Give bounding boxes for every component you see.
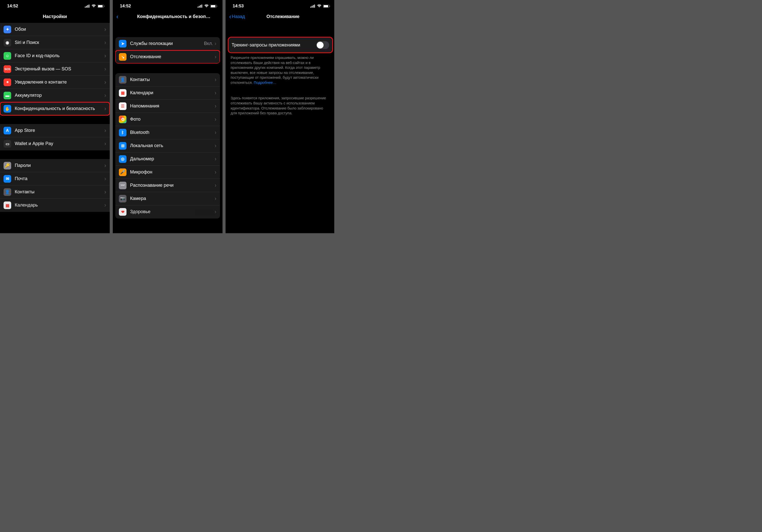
- page-title: Отслеживание: [267, 14, 299, 19]
- settings-row[interactable]: ⊞Локальная сеть›: [115, 139, 220, 152]
- status-time: 14:52: [120, 4, 131, 9]
- settings-row[interactable]: 〰Распознавание речи›: [115, 179, 220, 192]
- health-icon: ❤: [119, 208, 126, 216]
- camera-row-icon: 📷: [119, 195, 126, 202]
- settings-row[interactable]: 🎤Микрофон›: [115, 166, 220, 179]
- chevron-right-icon: ›: [215, 54, 216, 60]
- battery-icon: [98, 5, 105, 8]
- row-label: Фото: [130, 116, 215, 122]
- settings-row[interactable]: ☰Напоминания›: [115, 100, 220, 113]
- chevron-right-icon: ›: [215, 116, 216, 122]
- settings-row[interactable]: ❤Здоровье›: [115, 205, 220, 218]
- status-time: 14:53: [233, 4, 244, 9]
- settings-row[interactable]: ◎Дальномер›: [115, 152, 220, 166]
- settings-row[interactable]: 👤Контакты›: [0, 186, 110, 199]
- toggle-label: Трекинг-запросы приложениями: [232, 42, 316, 48]
- chevron-left-icon: ‹: [229, 13, 231, 20]
- chevron-right-icon: ›: [105, 128, 106, 133]
- settings-row[interactable]: ▭Wallet и Apple Pay›: [0, 137, 110, 150]
- row-label: Календари: [130, 90, 215, 96]
- settings-row[interactable]: 🔑Пароли›: [0, 159, 110, 172]
- switch-knob: [317, 42, 324, 48]
- back-button[interactable]: ‹ Назад: [229, 13, 245, 20]
- settings-row[interactable]: ▦Календарь›: [0, 199, 110, 212]
- settings-row[interactable]: ✉Почта›: [0, 172, 110, 186]
- row-label: App Store: [15, 128, 105, 133]
- cellular-icon: [85, 5, 90, 8]
- svg-rect-19: [324, 5, 328, 7]
- status-bar: 14:52: [0, 0, 110, 11]
- settings-row[interactable]: ▬Аккумулятор›: [0, 89, 110, 102]
- page-title: Конфиденциальность и безоп…: [125, 14, 210, 19]
- back-label: Назад: [232, 14, 245, 19]
- speech-icon: 〰: [119, 182, 126, 189]
- back-button[interactable]: ‹: [116, 13, 119, 20]
- nav-header: Настройки: [0, 11, 110, 23]
- contacts-icon: 👤: [4, 188, 11, 196]
- wifi-icon: [204, 5, 209, 8]
- chevron-right-icon: ›: [215, 77, 216, 83]
- svg-rect-12: [211, 5, 215, 7]
- settings-row[interactable]: 📷Камера›: [115, 192, 220, 205]
- chevron-right-icon: ›: [215, 143, 216, 149]
- chevron-right-icon: ›: [105, 189, 106, 195]
- row-label: Отслеживание: [130, 54, 215, 60]
- exposure-icon: ❉: [4, 79, 11, 86]
- svg-rect-8: [199, 6, 200, 8]
- row-label: Службы геолокации: [130, 41, 204, 46]
- svg-rect-1: [86, 6, 87, 8]
- learn-more-link[interactable]: Подробнее…: [254, 81, 276, 85]
- status-indicators: [85, 5, 105, 8]
- row-label: Обои: [15, 27, 105, 32]
- tracking-apps-note: Здесь появятся приложения, запросившие р…: [226, 85, 334, 115]
- row-label: Face ID и код-пароль: [15, 53, 105, 59]
- row-label: Микрофон: [130, 170, 215, 175]
- passwords-icon: 🔑: [4, 162, 11, 170]
- settings-row[interactable]: ✋Конфиденциальность и безопасность›: [0, 102, 110, 115]
- svg-rect-16: [313, 5, 314, 8]
- settings-row[interactable]: ☺Face ID и код-пароль›: [0, 49, 110, 62]
- svg-rect-7: [197, 7, 198, 8]
- settings-row[interactable]: 👤Контакты›: [115, 73, 220, 86]
- svg-rect-17: [314, 5, 315, 8]
- settings-row[interactable]: ✿Фото›: [115, 113, 220, 126]
- settings-row[interactable]: ➤Службы геолокацииВкл.›: [115, 37, 220, 50]
- chevron-right-icon: ›: [215, 104, 216, 109]
- calendar-icon: ▦: [4, 201, 11, 209]
- chevron-right-icon: ›: [215, 209, 216, 215]
- row-label: Пароли: [15, 163, 105, 169]
- privacy-icon: ✋: [4, 105, 11, 113]
- wallpaper-icon: ✦: [4, 26, 11, 33]
- mail-icon: ✉: [4, 175, 11, 183]
- row-label: Контакты: [130, 77, 215, 83]
- row-label: Камера: [130, 196, 215, 201]
- microphone-icon: 🎤: [119, 169, 126, 176]
- settings-row[interactable]: ◉Siri и Поиск›: [0, 36, 110, 49]
- row-label: Почта: [15, 176, 105, 182]
- row-label: Аккумулятор: [15, 93, 105, 98]
- row-label: Дальномер: [130, 156, 215, 162]
- settings-row[interactable]: ▦Календари›: [115, 86, 220, 100]
- row-label: Конфиденциальность и безопасность: [15, 106, 105, 112]
- settings-row[interactable]: SOSЭкстренный вызов — SOS›: [0, 62, 110, 76]
- svg-rect-2: [87, 5, 88, 8]
- chevron-right-icon: ›: [105, 53, 106, 59]
- wifi-icon: [317, 5, 322, 8]
- toggle-switch[interactable]: [316, 41, 329, 49]
- cellular-icon: [310, 5, 316, 8]
- chevron-right-icon: ›: [105, 106, 106, 112]
- svg-rect-14: [310, 7, 311, 8]
- chevron-left-icon: ‹: [116, 13, 118, 20]
- chevron-right-icon: ›: [105, 163, 106, 169]
- settings-row[interactable]: ᛒBluetooth›: [115, 126, 220, 139]
- battery-icon: [210, 5, 217, 8]
- chevron-right-icon: ›: [215, 130, 216, 135]
- settings-row[interactable]: ✦Обои›: [0, 23, 110, 36]
- chevron-right-icon: ›: [105, 93, 106, 98]
- settings-row[interactable]: AApp Store›: [0, 124, 110, 137]
- tracking-requests-toggle-row[interactable]: Трекинг-запросы приложениями: [228, 37, 333, 53]
- row-label: Экстренный вызов — SOS: [15, 66, 105, 72]
- svg-rect-6: [104, 6, 105, 7]
- settings-row[interactable]: ↘Отслеживание›: [115, 50, 220, 63]
- settings-row[interactable]: ❉Уведомления о контакте›: [0, 76, 110, 89]
